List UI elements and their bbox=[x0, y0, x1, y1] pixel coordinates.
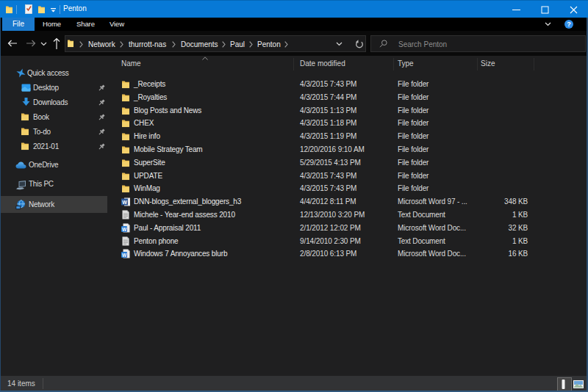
svg-text:?: ? bbox=[567, 21, 571, 28]
svg-text:W: W bbox=[122, 253, 127, 258]
svg-text:W: W bbox=[122, 200, 127, 205]
svg-text:W: W bbox=[122, 226, 127, 231]
